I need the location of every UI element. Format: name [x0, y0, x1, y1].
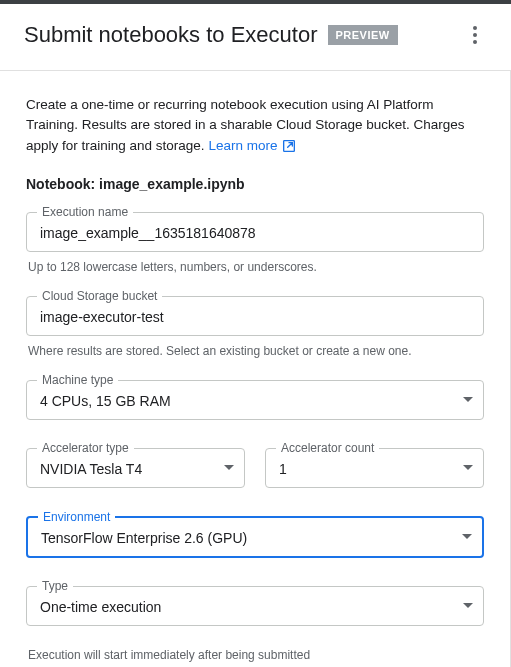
environment-label: Environment [38, 510, 115, 524]
bucket-helper: Where results are stored. Select an exis… [28, 344, 484, 358]
chevron-down-icon [463, 465, 473, 470]
type-value: One-time execution [27, 587, 463, 625]
chevron-down-icon [462, 534, 472, 539]
preview-badge: PREVIEW [328, 25, 398, 45]
dialog-header: Submit notebooks to Executor PREVIEW [0, 4, 511, 71]
environment-select[interactable]: Environment TensorFlow Enterprise 2.6 (G… [26, 516, 484, 558]
description-text: Create a one-time or recurring notebook … [26, 95, 484, 156]
learn-more-link[interactable]: Learn more [208, 136, 297, 156]
dialog-content: Create a one-time or recurring notebook … [0, 71, 511, 667]
chevron-down-icon [224, 465, 234, 470]
dialog-title: Submit notebooks to Executor [24, 22, 318, 48]
accelerator-type-label: Accelerator type [37, 441, 134, 455]
type-select[interactable]: Type One-time execution [26, 586, 484, 626]
machine-type-select[interactable]: Machine type 4 CPUs, 15 GB RAM [26, 380, 484, 420]
dialog-title-row: Submit notebooks to Executor PREVIEW [24, 22, 398, 48]
bucket-label: Cloud Storage bucket [37, 289, 162, 303]
type-label: Type [37, 579, 73, 593]
execution-name-helper: Up to 128 lowercase letters, numbers, or… [28, 260, 484, 274]
chevron-down-icon [463, 603, 473, 608]
accelerator-count-label: Accelerator count [276, 441, 379, 455]
external-link-icon [281, 138, 297, 154]
machine-type-label: Machine type [37, 373, 118, 387]
accelerator-type-select[interactable]: Accelerator type NVIDIA Tesla T4 [26, 448, 245, 488]
footer-note: Execution will start immediately after b… [28, 648, 484, 662]
more-menu-button[interactable] [463, 23, 487, 47]
accelerator-row: Accelerator type NVIDIA Tesla T4 Acceler… [26, 448, 484, 488]
accelerator-count-select[interactable]: Accelerator count 1 [265, 448, 484, 488]
execution-name-field[interactable]: Execution name [26, 212, 484, 252]
chevron-down-icon [463, 397, 473, 402]
execution-name-label: Execution name [37, 205, 133, 219]
notebook-label: Notebook: image_example.ipynb [26, 176, 484, 192]
bucket-field[interactable]: Cloud Storage bucket [26, 296, 484, 336]
